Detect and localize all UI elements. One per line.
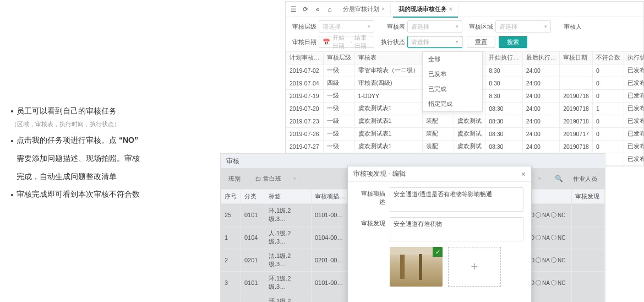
- audit-window: 审核 班别 白 常白班▾ 加工机 ▾ 🔍 作业人员 序号 分类 标签 审核项描…: [220, 153, 605, 302]
- status-select[interactable]: 请选择▾: [407, 36, 463, 48]
- radio-na[interactable]: [536, 235, 541, 240]
- chevron-down-icon: ▾: [456, 39, 459, 45]
- modal-title: 审核项发现 - 编辑: [353, 169, 406, 179]
- radio-nc[interactable]: [551, 212, 556, 218]
- modal-close-icon[interactable]: ×: [521, 170, 526, 179]
- search-button[interactable]: 搜索: [499, 36, 527, 48]
- tab-my-tasks[interactable]: 我的现场审核任务 ×: [393, 4, 459, 14]
- photo-thumbnail[interactable]: ✓: [390, 247, 443, 287]
- daterange-label: 审核日期: [290, 38, 316, 46]
- home-icon[interactable]: ⌂: [325, 5, 334, 14]
- tab-plan-label: 分层审核计划: [343, 5, 379, 13]
- table-select[interactable]: 请选择▾: [407, 20, 463, 33]
- radio-nc[interactable]: [551, 257, 556, 263]
- note-line2a: 点击我的任务项进行审核。点: [17, 136, 117, 144]
- level-label: 审核层级: [290, 23, 316, 31]
- calendar-icon: 📅: [323, 39, 330, 46]
- chevron-down-icon: ▾: [368, 24, 370, 29]
- note-line1-sub: （区域，审核表，执行时间，执行状态）: [11, 118, 187, 130]
- desc-textarea[interactable]: [390, 187, 523, 212]
- note-no-badge: “NO”: [119, 133, 138, 148]
- edit-finding-modal: 审核项发现 - 编辑 × 审核项描述 审核发现 ✓ +: [347, 166, 532, 302]
- note-line3: 审核完成即可看到本次审核不符合数: [17, 190, 140, 198]
- operator-label: 作业人员: [573, 175, 597, 183]
- level-select[interactable]: 请选择▾: [319, 20, 374, 33]
- shift-select[interactable]: 白 常白班▾: [250, 172, 300, 185]
- table-row[interactable]: 2019-07-27一级虞欢测试表1装配虞欢测试08:3024:00201907…: [286, 141, 644, 153]
- chevron-down-icon: ▾: [538, 176, 541, 181]
- note-line1: 员工可以看到自己的审核任务: [17, 106, 117, 115]
- date-range-input[interactable]: 📅 开始日期 - 结束日期: [319, 36, 374, 48]
- area-label: 审核区域: [467, 23, 493, 31]
- status-option-published[interactable]: 已发布: [423, 67, 482, 82]
- search-icon[interactable]: 🔍: [555, 175, 563, 182]
- person-label: 审核人: [555, 23, 582, 31]
- close-icon[interactable]: ×: [381, 6, 385, 12]
- finding-textarea[interactable]: [390, 217, 523, 241]
- radio-nc[interactable]: [551, 280, 556, 285]
- reset-button[interactable]: 重置: [467, 36, 495, 48]
- close-icon[interactable]: ×: [449, 6, 452, 12]
- status-option-assigned[interactable]: 指定完成: [423, 96, 482, 111]
- window-toolbar: ☰ ⟳ « ⌂ 分层审核计划 × 我的现场审核任务 ×: [286, 2, 643, 17]
- chevron-down-icon: ▾: [544, 24, 547, 29]
- back-icon[interactable]: «: [313, 5, 322, 14]
- status-dropdown-popup: 全部 已发布 已完成 指定完成: [422, 51, 483, 112]
- table-row[interactable]: 2019-07-23一级虞欢测试表1装配虞欢测试08:3024:00201907…: [286, 115, 644, 128]
- menu-toggle-icon[interactable]: ☰: [289, 5, 298, 14]
- radio-nc[interactable]: [551, 235, 556, 240]
- refresh-icon[interactable]: ⟳: [301, 5, 310, 14]
- table-row[interactable]: 2019-07-26一级虞欢测试表1装配虞欢测试08:3024:00201907…: [286, 128, 644, 141]
- finding-field-label: 审核发现: [356, 217, 385, 241]
- chevron-down-icon: ▾: [293, 176, 296, 181]
- description-notes: 员工可以看到自己的审核任务 （区域，审核表，执行时间，执行状态） 点击我的任务项…: [11, 104, 187, 205]
- chevron-down-icon: ▾: [456, 24, 459, 29]
- add-photo-button[interactable]: +: [448, 247, 501, 287]
- shift-label: 班别: [228, 175, 241, 183]
- area-select[interactable]: 请选择▾: [495, 20, 551, 33]
- note-line2b: 需要添加问题描述、现场拍照。审核: [17, 151, 187, 166]
- radio-na[interactable]: [536, 212, 541, 218]
- status-option-all[interactable]: 全部: [423, 52, 482, 67]
- photo-selected-icon: ✓: [433, 247, 443, 257]
- tab-plan[interactable]: 分层审核计划 ×: [337, 4, 391, 14]
- tab-my-tasks-label: 我的现场审核任务: [399, 5, 447, 13]
- radio-na[interactable]: [536, 280, 541, 285]
- desc-field-label: 审核项描述: [356, 187, 385, 212]
- breadcrumb-tabs: 分层审核计划 × 我的现场审核任务 ×: [337, 4, 459, 14]
- table-label: 审核表: [379, 23, 405, 31]
- status-label: 执行状态: [379, 38, 405, 46]
- radio-na[interactable]: [536, 257, 541, 263]
- task-list-window: ☰ ⟳ « ⌂ 分层审核计划 × 我的现场审核任务 × 审核层级 请选择▾ 审核…: [285, 1, 644, 166]
- note-line2c: 完成，自动生成问题整改清单: [17, 169, 187, 184]
- filter-bar: 审核层级 请选择▾ 审核表 请选择▾ 审核区域 请选择▾ 审核人 审核日期 📅 …: [286, 17, 643, 51]
- status-option-completed[interactable]: 已完成: [423, 82, 482, 96]
